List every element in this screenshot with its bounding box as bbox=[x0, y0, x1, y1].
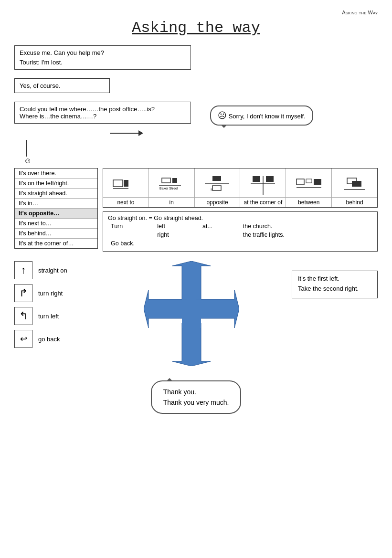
svg-rect-1 bbox=[124, 180, 128, 187]
prep-label-in: in bbox=[149, 198, 195, 207]
svg-rect-10 bbox=[212, 186, 221, 190]
first-left-text: It's the first left. bbox=[298, 275, 371, 282]
arrow-icon-label-2: turn left bbox=[38, 313, 59, 320]
svg-rect-3 bbox=[162, 178, 170, 183]
prep-cell-at-the-corner-of bbox=[240, 168, 286, 197]
svg-rect-12 bbox=[266, 176, 274, 182]
turn-label: Turn bbox=[109, 222, 154, 230]
arrow-icon-label-1: turn right bbox=[38, 290, 63, 297]
phrase-item: It's opposite… bbox=[15, 209, 97, 219]
svg-rect-7 bbox=[212, 176, 221, 181]
left-label: left bbox=[155, 222, 200, 230]
svg-rect-4 bbox=[172, 178, 177, 183]
directions-box: Go straight on. = Go straight ahead. Tur… bbox=[103, 211, 378, 252]
prep-cell-in: Baker Street bbox=[149, 168, 195, 197]
phrase-item: It's over there. bbox=[15, 168, 97, 179]
arrow-icon-row-0: ↑straight on bbox=[14, 261, 91, 279]
phrase-item: It's at the corner of… bbox=[15, 239, 97, 248]
arrow-icon-box-1: ↱ bbox=[14, 284, 32, 302]
svg-marker-23 bbox=[172, 323, 211, 366]
thankyou-line1: Thank you. bbox=[163, 388, 229, 396]
prep-label-between: between bbox=[286, 198, 332, 207]
arrow-icon-label-0: straight on bbox=[38, 267, 67, 274]
prep-label-at-the-corner-of: at the corner of bbox=[240, 198, 286, 207]
svg-rect-18 bbox=[306, 179, 312, 183]
page-watermark: Asking the Way bbox=[14, 10, 378, 15]
second-right-text: Take the second right. bbox=[298, 285, 371, 292]
traffic-text: the traffic lights. bbox=[241, 231, 371, 239]
yes-text: Yes, of course. bbox=[20, 82, 105, 89]
arrow-icon-label-3: go back bbox=[38, 336, 60, 343]
dialog-yes: Yes, of course. bbox=[14, 78, 110, 93]
phrase-item: It's in… bbox=[15, 199, 97, 209]
prep-cell-behind bbox=[332, 168, 377, 197]
tourist-text: Tourist: I'm lost. bbox=[20, 59, 186, 66]
prep-cell-between bbox=[286, 168, 332, 197]
svg-marker-22 bbox=[172, 261, 211, 304]
prep-label-behind: behind bbox=[332, 198, 377, 207]
question2-text: Where is…the cinema……? bbox=[20, 113, 186, 120]
go-back-text: Go back. bbox=[109, 240, 371, 247]
svg-rect-15 bbox=[297, 179, 304, 185]
phrase-item: It's on the left/right. bbox=[15, 179, 97, 189]
go-straight-text: Go straight on. = Go straight ahead. bbox=[108, 215, 372, 221]
prepositions-diagram: Baker Streetschool next toinoppositeat t… bbox=[103, 168, 378, 208]
thankyou-bubble: Thank you. Thank you very much. bbox=[151, 380, 242, 414]
sorry-bubble: ☹ Sorry, I don't know it myself. bbox=[210, 105, 313, 126]
svg-rect-16 bbox=[314, 179, 321, 185]
right-label: right bbox=[155, 231, 200, 239]
arrow-icon-box-2: ↰ bbox=[14, 307, 32, 325]
prep-cell-opposite: school bbox=[195, 168, 241, 197]
phrases-box: It's over there.It's on the left/right.I… bbox=[14, 168, 98, 249]
svg-rect-11 bbox=[253, 176, 260, 182]
phrase-item: It's straight ahead. bbox=[15, 189, 97, 199]
arrow-icon-row-3: ↩go back bbox=[14, 330, 91, 348]
svg-marker-24 bbox=[144, 290, 187, 328]
phrase-item: It's next to… bbox=[15, 219, 97, 229]
svg-rect-20 bbox=[352, 181, 361, 187]
arrow-icon-box-3: ↩ bbox=[14, 330, 32, 348]
excuse-text: Excuse me. Can you help me? bbox=[20, 49, 186, 56]
page-title: Asking the way bbox=[14, 19, 378, 37]
svg-text:Baker Street: Baker Street bbox=[159, 187, 178, 190]
phrase-item: It's behind… bbox=[15, 229, 97, 239]
arrow-icon-row-1: ↱turn right bbox=[14, 284, 91, 302]
prep-label-opposite: opposite bbox=[195, 198, 241, 207]
at-label: at... bbox=[201, 222, 240, 230]
question1-text: Could you tell me where……the post office… bbox=[20, 105, 186, 113]
first-second-box: It's the first left. Take the second rig… bbox=[292, 271, 378, 298]
sorry-text: Sorry, I don't know it myself. bbox=[229, 113, 306, 120]
sad-smiley: ☹ bbox=[218, 111, 227, 120]
thankyou-line2: Thank you very much. bbox=[163, 399, 229, 406]
dialog-excuse: Excuse me. Can you help me? Tourist: I'm… bbox=[14, 45, 191, 70]
happy-smiley: ☺ bbox=[24, 157, 32, 165]
svg-rect-0 bbox=[113, 180, 123, 187]
svg-rect-26 bbox=[182, 299, 201, 328]
svg-marker-25 bbox=[196, 290, 239, 328]
church-text: the church. bbox=[241, 222, 371, 230]
prep-label-next-to: next to bbox=[103, 198, 149, 207]
arrow-icons-list: ↑straight on↱turn right↰turn left↩go bac… bbox=[14, 261, 91, 353]
cross-arrow-diagram bbox=[100, 261, 282, 366]
dialog-question: Could you tell me where……the post office… bbox=[14, 102, 191, 124]
arrow-icon-box-0: ↑ bbox=[14, 261, 32, 279]
arrow-icon-row-2: ↰turn left bbox=[14, 307, 91, 325]
prep-cell-next-to bbox=[103, 168, 149, 197]
